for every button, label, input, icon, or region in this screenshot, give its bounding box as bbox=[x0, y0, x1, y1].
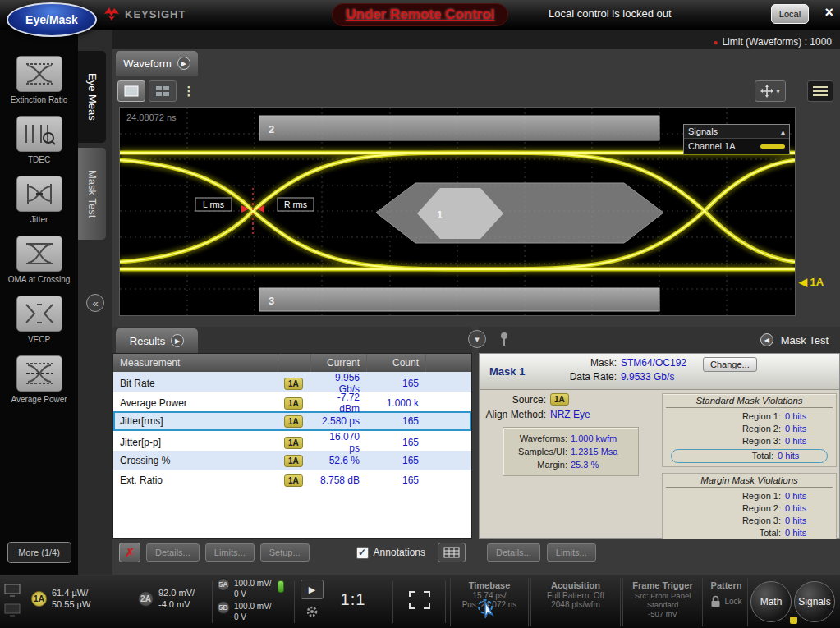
display-options-menu-icon[interactable]: ⋮ bbox=[183, 80, 195, 102]
table-row-selected[interactable]: Jitter[rms] 1A 2.580 ps 165 bbox=[113, 411, 471, 431]
sidebar-item-oma-at-crossing[interactable]: OMA at Crossing bbox=[7, 236, 71, 285]
signals-indicator bbox=[790, 617, 797, 624]
waveform-play-icon[interactable]: ▶ bbox=[177, 57, 190, 70]
single-display-button[interactable] bbox=[117, 80, 145, 102]
mask-test-title: Mask Test bbox=[781, 334, 829, 346]
mask-details-button[interactable]: Details... bbox=[487, 543, 540, 562]
oma-at-crossing-icon bbox=[16, 236, 62, 272]
waveform-toolbar: ⋮ ▾ bbox=[112, 77, 840, 105]
mask-source-section: Source: 1A Align Method: NRZ Eye Wavefor… bbox=[480, 393, 657, 476]
source-badge: 1A bbox=[284, 415, 303, 428]
pan-dropdown-icon[interactable]: ▾ bbox=[776, 88, 779, 95]
display-select-icons[interactable] bbox=[4, 584, 21, 617]
channel-readout-1a[interactable]: 1A 61.4 µW/50.55 µW bbox=[31, 587, 90, 610]
fullscreen-icon[interactable] bbox=[408, 590, 431, 613]
app-logo: Eye/Mask bbox=[7, 2, 97, 37]
results-panel: Results ▶ Measurement Current Count Bit … bbox=[112, 327, 472, 566]
pan-tool-button[interactable]: ▾ bbox=[755, 80, 786, 102]
measurement-sidebar: Extinction Ratio TDEC Jitter OMA at Cros… bbox=[0, 30, 78, 575]
mask-value: STM64/OC192 bbox=[621, 357, 686, 369]
sidebar-item-jitter[interactable]: Jitter bbox=[7, 176, 71, 225]
col-current: Current bbox=[310, 354, 366, 372]
delete-measurement-button[interactable]: ✗ bbox=[119, 543, 140, 562]
data-rate-value: 9.9533 Gb/s bbox=[621, 371, 686, 383]
source-badge: 1A bbox=[284, 455, 303, 467]
annotations-toggle[interactable]: ✓ Annotations bbox=[356, 547, 425, 559]
pin-icon[interactable] bbox=[498, 332, 510, 350]
run-button[interactable]: ▶ bbox=[301, 580, 324, 599]
table-row[interactable]: Bit Rate 1A 9.956 Gb/s 165 bbox=[113, 372, 471, 392]
vecp-icon bbox=[16, 296, 62, 332]
main-area: Waveform ▶ ⋮ ▾ bbox=[112, 49, 840, 575]
table-row[interactable]: Crossing % 1A 52.6 % 165 bbox=[113, 451, 471, 470]
legend-title: Signals bbox=[688, 126, 718, 136]
setup-button[interactable]: Setup... bbox=[260, 543, 310, 562]
extinction-ratio-icon bbox=[16, 56, 62, 92]
acquisition-panel[interactable]: Acquisition Full Pattern: Off 2048 pts/w… bbox=[530, 578, 621, 626]
mask-test-back-icon[interactable]: ◀ bbox=[760, 333, 773, 346]
locked-out-message: Local control is locked out bbox=[549, 7, 672, 20]
table-row[interactable]: Ext. Ratio 1A 8.758 dB 165 bbox=[113, 470, 471, 490]
align-method-value: NRZ Eye bbox=[550, 409, 657, 420]
margin-violations-box: Margin Mask Violations Region 1:0 hits R… bbox=[662, 473, 837, 543]
mask-region-top: 2 bbox=[259, 116, 659, 140]
tab-eye-meas[interactable]: Eye Meas bbox=[78, 51, 106, 143]
results-tab[interactable]: Results ▶ bbox=[116, 328, 198, 353]
channel-readout-2a[interactable]: 2A 92.0 mV/-4.0 mV bbox=[138, 587, 195, 610]
gear-icon[interactable] bbox=[305, 605, 319, 618]
more-measurements-button[interactable]: More (1/4) bbox=[7, 542, 71, 563]
sidebar-item-tdec[interactable]: TDEC bbox=[7, 116, 71, 165]
mask-name: Mask 1 bbox=[489, 365, 525, 378]
table-row[interactable]: Average Power 1A -7.72 dBm 1.000 k bbox=[113, 392, 471, 411]
close-icon[interactable]: × bbox=[824, 4, 833, 21]
sidebar-item-extinction-ratio[interactable]: Extinction Ratio bbox=[7, 56, 71, 105]
math-button[interactable]: Math bbox=[750, 581, 792, 622]
remote-control-banner: Under Remote Control bbox=[332, 3, 508, 26]
legend-collapse-icon[interactable]: ▴ bbox=[781, 127, 785, 136]
table-view-button[interactable] bbox=[438, 543, 466, 562]
title-bar: KEYSIGHT Under Remote Control Local cont… bbox=[0, 0, 840, 30]
limit-dot-icon: ● bbox=[713, 38, 718, 47]
change-mask-button[interactable]: Change... bbox=[703, 357, 757, 372]
left-rms-label: L rms bbox=[203, 199, 224, 209]
source-badge: 1A bbox=[284, 378, 303, 390]
source-badge: 1A bbox=[284, 437, 303, 449]
sidebar-collapse-button[interactable]: « bbox=[86, 294, 104, 312]
results-table: Measurement Current Count Bit Rate 1A 9.… bbox=[112, 353, 472, 539]
details-button[interactable]: Details... bbox=[146, 543, 200, 562]
brand-name: KEYSIGHT bbox=[125, 8, 186, 21]
channel-level-flag: ◀ 1A bbox=[799, 276, 824, 288]
waveform-tab[interactable]: Waveform ▶ bbox=[116, 51, 198, 76]
table-row[interactable]: Jitter[p-p] 1A 16.070 ps 165 bbox=[113, 431, 471, 451]
channel-readout-5a[interactable]: 5A 100.0 mV/0 V bbox=[217, 578, 272, 599]
move-icon bbox=[760, 85, 773, 98]
quad-display-button[interactable] bbox=[149, 80, 177, 102]
svg-text:1: 1 bbox=[437, 209, 443, 221]
mask-limits-button[interactable]: Limits... bbox=[547, 543, 596, 562]
channel-readout-5b[interactable]: 5B 100.0 mV/0 V bbox=[217, 601, 272, 622]
signals-button[interactable]: Signals bbox=[794, 581, 835, 622]
limits-button[interactable]: Limits... bbox=[205, 543, 255, 562]
results-play-icon[interactable]: ▶ bbox=[171, 334, 184, 347]
pattern-lock-panel[interactable]: Pattern Lock bbox=[705, 578, 748, 626]
aux-channel-readouts[interactable]: 5A 100.0 mV/0 V 5B 100.0 mV/0 V bbox=[217, 578, 272, 622]
panel-collapse-icon[interactable]: ▾ bbox=[468, 330, 486, 348]
trigger-status-led bbox=[278, 580, 284, 593]
right-rms-label: R rms bbox=[284, 199, 307, 209]
annotations-checkbox[interactable]: ✓ bbox=[356, 547, 369, 559]
mask-region-bottom: 3 bbox=[259, 288, 659, 311]
mode-tab-strip: Eye Meas Mask Test « bbox=[78, 30, 112, 575]
mask-test-footer: Details... Limits... bbox=[479, 539, 840, 566]
mask-source-badge[interactable]: 1A bbox=[550, 393, 569, 406]
local-button[interactable]: Local bbox=[771, 4, 809, 24]
scale-ratio-readout[interactable]: 1:1 bbox=[330, 590, 376, 609]
sidebar-item-vecp[interactable]: VECP bbox=[7, 296, 71, 345]
standard-violations-box: Standard Mask Violations Region 1:0 hits… bbox=[662, 393, 837, 467]
data-rate-label: Data Rate: bbox=[527, 371, 621, 383]
legend-channel-row[interactable]: Channel 1A bbox=[684, 139, 789, 154]
hamburger-menu-icon[interactable] bbox=[807, 80, 833, 102]
frame-trigger-panel[interactable]: Frame Trigger Src: Front Panel Standard … bbox=[622, 578, 703, 626]
margin-total-row: Total:0 hits bbox=[666, 527, 833, 539]
tab-mask-test-side[interactable]: Mask Test bbox=[78, 148, 106, 240]
sidebar-item-average-power[interactable]: Average Power bbox=[7, 355, 71, 405]
